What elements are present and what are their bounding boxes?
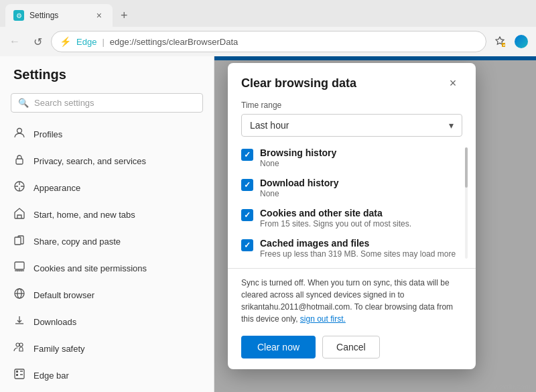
nav-bar: ← ↺ ⚡ Edge | edge://settings/clearBrowse… (0, 27, 536, 56)
sidebar-label-privacy: Privacy, search, and services (34, 156, 146, 166)
cached-checkbox[interactable]: ✓ (241, 239, 253, 251)
family-safety-icon (13, 341, 25, 356)
browsing-history-label: Browsing history (260, 147, 462, 158)
checkbox-content-download-history: Download history None (260, 178, 462, 198)
sidebar-label-default-browser: Default browser (34, 290, 94, 300)
checkbox-row-cached: ✓ Cached images and files Frees up less … (241, 238, 462, 259)
check-mark-icon: ✓ (244, 180, 251, 190)
svg-rect-6 (15, 262, 24, 269)
time-range-label: Time range (241, 101, 462, 110)
tab-close-btn[interactable]: × (94, 9, 105, 22)
new-tab-button[interactable]: + (115, 6, 133, 25)
download-history-label: Download history (260, 178, 462, 188)
time-range-dropdown[interactable]: Last hour ▾ (241, 114, 462, 137)
modal-divider (228, 268, 476, 269)
svg-rect-13 (16, 374, 18, 376)
watermark: wsxdn.com (494, 383, 531, 391)
svg-point-2 (17, 129, 22, 133)
clear-browsing-data-modal: Clear browsing data × Time range Last ho… (228, 63, 476, 369)
privacy-icon (13, 153, 25, 168)
refresh-button[interactable]: ↺ (28, 32, 47, 51)
sidebar-item-profiles[interactable]: Profiles (0, 121, 214, 147)
sidebar-label-share-copy: Share, copy and paste (34, 237, 121, 247)
sync-notice: Sync is turned off. When you turn on syn… (241, 277, 462, 325)
browsing-history-checkbox[interactable]: ✓ (241, 149, 253, 161)
svg-rect-11 (15, 369, 24, 379)
favorite-icon[interactable]: ★ (490, 32, 509, 51)
sidebar-label-profiles: Profiles (34, 129, 62, 139)
sidebar-label-appearance: Appearance (34, 183, 80, 193)
sidebar-item-privacy[interactable]: Privacy, search, and services (0, 147, 214, 174)
address-brand: Edge (76, 37, 96, 47)
cached-desc: Frees up less than 319 MB. Some sites ma… (260, 249, 462, 259)
svg-rect-5 (15, 237, 21, 245)
sidebar-label-family-safety: Family safety (34, 344, 85, 354)
checkbox-row-browsing-history: ✓ Browsing history None (241, 147, 462, 168)
page-content: Clear browsing data × Time range Last ho… (214, 56, 536, 392)
sidebar-label-edge-bar: Edge bar (34, 371, 69, 381)
sidebar-label-start-home: Start, home, and new tabs (34, 210, 135, 220)
sidebar-item-downloads[interactable]: Downloads (0, 308, 214, 335)
active-tab[interactable]: ⚙ Settings × (5, 4, 113, 27)
checkbox-content-cookies: Cookies and other site data From 15 site… (260, 208, 462, 228)
clear-now-button[interactable]: Clear now (241, 336, 316, 358)
address-bar[interactable]: ⚡ Edge | edge://settings/clearBrowserDat… (51, 31, 486, 52)
search-box[interactable]: 🔍 (11, 93, 203, 113)
sidebar-item-start-home[interactable]: Start, home, and new tabs (0, 201, 214, 228)
checkbox-row-cookies: ✓ Cookies and other site data From 15 si… (241, 208, 462, 228)
sidebar-item-appearance[interactable]: Appearance (0, 174, 214, 201)
default-browser-icon (13, 287, 25, 302)
sidebar: Settings 🔍 Profiles Privacy, search, and… (0, 56, 214, 392)
sidebar-item-cookies[interactable]: Cookies and site permissions (0, 255, 214, 281)
profiles-icon (13, 127, 25, 141)
sidebar-item-default-browser[interactable]: Default browser (0, 281, 214, 308)
sidebar-item-languages[interactable]: Languages (0, 389, 214, 392)
search-icon: 🔍 (18, 98, 29, 108)
cached-label: Cached images and files (260, 238, 462, 249)
edge-logo (515, 35, 528, 48)
download-history-desc: None (260, 189, 462, 198)
cookies-checkbox[interactable]: ✓ (241, 209, 253, 221)
start-home-icon (13, 207, 25, 222)
check-mark-icon: ✓ (244, 150, 251, 159)
time-range-value: Last hour (250, 120, 289, 131)
modal-body: Time range Last hour ▾ ✓ Browsing histor… (228, 101, 476, 369)
sidebar-label-downloads: Downloads (34, 317, 76, 327)
sign-out-link[interactable]: sign out first. (300, 314, 346, 324)
sidebar-item-share-copy[interactable]: Share, copy and paste (0, 228, 214, 255)
tab-title: Settings (29, 11, 88, 20)
modal-header: Clear browsing data × (228, 63, 476, 101)
download-history-checkbox[interactable]: ✓ (241, 179, 253, 191)
share-copy-icon (13, 234, 25, 249)
cookies-desc: From 15 sites. Signs you out of most sit… (260, 219, 462, 228)
svg-rect-3 (16, 159, 23, 164)
nav-right-icons: ★ (490, 32, 531, 51)
cookies-icon (13, 261, 25, 275)
checkbox-row-download-history: ✓ Download history None (241, 178, 462, 198)
sidebar-label-cookies: Cookies and site permissions (34, 263, 147, 273)
svg-rect-12 (16, 371, 18, 373)
back-button[interactable]: ← (5, 32, 24, 51)
search-input[interactable] (34, 98, 196, 108)
main-area: Settings 🔍 Profiles Privacy, search, and… (0, 56, 536, 392)
tab-favicon: ⚙ (13, 10, 24, 21)
svg-point-10 (19, 343, 23, 346)
modal-overlay: Clear browsing data × Time range Last ho… (214, 56, 536, 392)
edge-profile-icon[interactable] (512, 32, 531, 51)
downloads-icon (13, 314, 25, 329)
svg-text:★: ★ (503, 43, 506, 47)
chevron-down-icon: ▾ (449, 120, 454, 131)
address-separator: | (102, 37, 104, 47)
sidebar-item-family-safety[interactable]: Family safety (0, 335, 214, 362)
modal-footer: Clear now Cancel (241, 336, 462, 358)
modal-close-button[interactable]: × (444, 74, 462, 92)
sidebar-title: Settings (0, 67, 214, 93)
address-favicon-icon: ⚡ (60, 36, 71, 47)
cancel-button[interactable]: Cancel (322, 336, 380, 358)
browsing-history-desc: None (260, 159, 462, 168)
edge-bar-icon (13, 368, 25, 383)
svg-point-9 (16, 343, 19, 346)
check-mark-icon: ✓ (244, 210, 251, 220)
tab-bar: ⚙ Settings × + (0, 0, 536, 27)
sidebar-item-edge-bar[interactable]: Edge bar (0, 362, 214, 389)
